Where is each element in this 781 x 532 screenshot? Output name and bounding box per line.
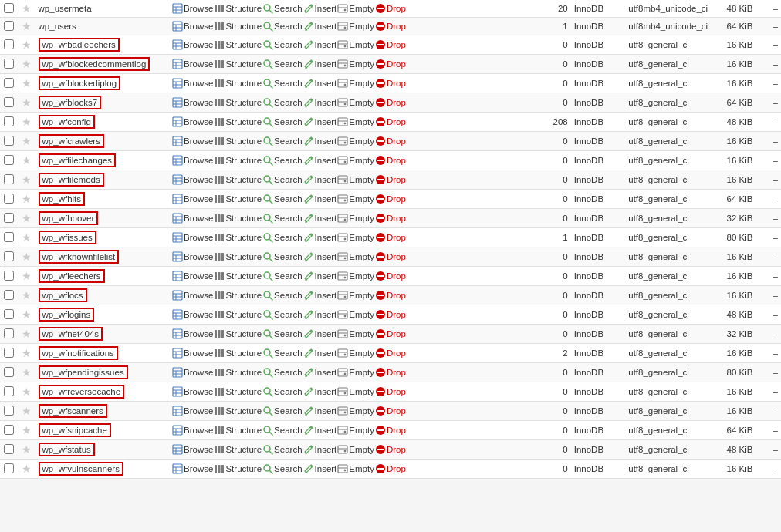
empty-button[interactable]: Empty (337, 232, 374, 243)
browse-button[interactable]: Browse (172, 309, 213, 320)
row-checkbox[interactable] (4, 348, 14, 358)
structure-button[interactable]: Structure (214, 213, 262, 224)
browse-button[interactable]: Browse (172, 155, 213, 166)
row-checkbox[interactable] (4, 97, 14, 107)
star-icon[interactable]: ★ (22, 405, 32, 417)
empty-button[interactable]: Empty (337, 213, 374, 224)
row-checkbox[interactable] (4, 39, 14, 49)
browse-button[interactable]: Browse (172, 59, 213, 69)
table-name-link[interactable]: wp_wfhits (42, 194, 82, 204)
insert-button[interactable]: Insert (303, 174, 337, 185)
structure-button[interactable]: Structure (214, 194, 262, 204)
empty-button[interactable]: Empty (337, 78, 374, 89)
drop-button[interactable]: Drop (375, 386, 406, 397)
search-button[interactable]: Search (262, 78, 302, 89)
browse-button[interactable]: Browse (172, 406, 213, 416)
row-checkbox[interactable] (4, 328, 14, 338)
empty-button[interactable]: Empty (337, 367, 374, 378)
table-name-link[interactable]: wp_wfstatus (42, 445, 91, 454)
empty-button[interactable]: Empty (337, 251, 374, 262)
structure-button[interactable]: Structure (214, 251, 262, 262)
star-icon[interactable]: ★ (22, 231, 32, 244)
search-button[interactable]: Search (262, 309, 302, 320)
structure-button[interactable]: Structure (214, 136, 262, 146)
empty-button[interactable]: Empty (337, 328, 374, 339)
table-name-link[interactable]: wp_users (39, 22, 76, 31)
browse-button[interactable]: Browse (172, 348, 213, 359)
search-button[interactable]: Search (262, 367, 302, 378)
drop-button[interactable]: Drop (375, 21, 406, 32)
drop-button[interactable]: Drop (375, 136, 406, 146)
empty-button[interactable]: Empty (337, 116, 374, 127)
star-icon[interactable]: ★ (22, 20, 32, 32)
star-icon[interactable]: ★ (22, 77, 32, 89)
structure-button[interactable]: Structure (214, 406, 262, 416)
table-name-link[interactable]: wp_wfsnipcache (42, 426, 107, 435)
browse-button[interactable]: Browse (172, 232, 213, 243)
browse-button[interactable]: Browse (172, 463, 213, 474)
star-icon[interactable]: ★ (22, 173, 32, 186)
drop-button[interactable]: Drop (375, 194, 406, 204)
search-button[interactable]: Search (262, 328, 302, 339)
search-button[interactable]: Search (262, 155, 302, 166)
star-icon[interactable]: ★ (22, 96, 32, 109)
structure-button[interactable]: Structure (214, 425, 262, 436)
browse-button[interactable]: Browse (172, 78, 213, 89)
insert-button[interactable]: Insert (303, 463, 337, 474)
structure-button[interactable]: Structure (214, 367, 262, 378)
insert-button[interactable]: Insert (303, 251, 337, 262)
search-button[interactable]: Search (262, 406, 302, 416)
search-button[interactable]: Search (262, 97, 302, 108)
structure-button[interactable]: Structure (214, 271, 262, 281)
drop-button[interactable]: Drop (375, 406, 406, 416)
insert-button[interactable]: Insert (303, 78, 337, 89)
drop-button[interactable]: Drop (375, 328, 406, 339)
drop-button[interactable]: Drop (375, 174, 406, 185)
structure-button[interactable]: Structure (214, 21, 262, 32)
row-checkbox[interactable] (4, 309, 14, 319)
row-checkbox[interactable] (4, 3, 14, 13)
table-name-link[interactable]: wp_wfissues (42, 233, 93, 242)
structure-button[interactable]: Structure (214, 174, 262, 185)
star-icon[interactable]: ★ (22, 135, 32, 147)
table-name-link[interactable]: wp_wfnotifications (42, 348, 114, 358)
empty-button[interactable]: Empty (337, 59, 374, 69)
empty-button[interactable]: Empty (337, 155, 374, 166)
row-checkbox[interactable] (4, 232, 14, 242)
search-button[interactable]: Search (262, 290, 302, 301)
drop-button[interactable]: Drop (375, 116, 406, 127)
table-name-link[interactable]: wp_wfhoover (42, 214, 95, 223)
search-button[interactable]: Search (262, 174, 302, 185)
browse-button[interactable]: Browse (172, 136, 213, 146)
search-button[interactable]: Search (262, 194, 302, 204)
empty-button[interactable]: Empty (337, 97, 374, 108)
structure-button[interactable]: Structure (214, 97, 262, 108)
browse-button[interactable]: Browse (172, 271, 213, 281)
empty-button[interactable]: Empty (337, 425, 374, 436)
search-button[interactable]: Search (262, 59, 302, 69)
insert-button[interactable]: Insert (303, 348, 337, 359)
table-name-link[interactable]: wp_wfscanners (42, 406, 103, 416)
star-icon[interactable]: ★ (22, 386, 32, 398)
drop-button[interactable]: Drop (375, 290, 406, 301)
empty-button[interactable]: Empty (337, 444, 374, 455)
star-icon[interactable]: ★ (22, 116, 32, 128)
browse-button[interactable]: Browse (172, 328, 213, 339)
drop-button[interactable]: Drop (375, 271, 406, 281)
insert-button[interactable]: Insert (303, 309, 337, 320)
empty-button[interactable]: Empty (337, 463, 374, 474)
row-checkbox[interactable] (4, 155, 14, 165)
star-icon[interactable]: ★ (22, 328, 32, 340)
table-name-link[interactable]: wp_wfblockediplog (42, 79, 117, 88)
star-icon[interactable]: ★ (22, 193, 32, 205)
table-name-link[interactable]: wp_wfvulnscanners (42, 464, 120, 473)
empty-button[interactable]: Empty (337, 309, 374, 320)
insert-button[interactable]: Insert (303, 406, 337, 416)
insert-button[interactable]: Insert (303, 271, 337, 281)
drop-button[interactable]: Drop (375, 309, 406, 320)
insert-button[interactable]: Insert (303, 232, 337, 243)
empty-button[interactable]: Empty (337, 386, 374, 397)
table-name-link[interactable]: wp_wffilemods (42, 175, 100, 184)
star-icon[interactable]: ★ (22, 424, 32, 436)
empty-button[interactable]: Empty (337, 174, 374, 185)
